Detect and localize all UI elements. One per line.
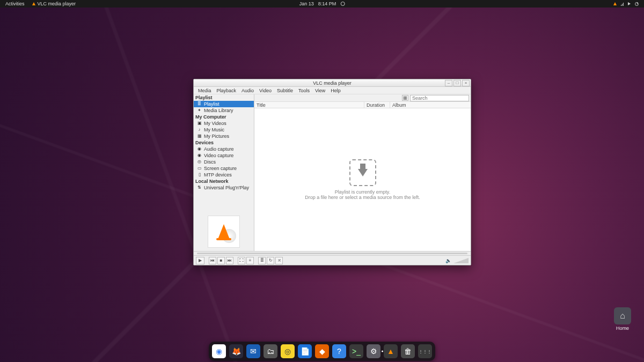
sidebar-item-label: Audio capture: [204, 146, 234, 152]
sidebar-item-screen-capture[interactable]: ▭Screen capture: [194, 165, 254, 172]
fullscreen-button[interactable]: ⛶: [238, 257, 245, 264]
play-button[interactable]: ▶: [196, 257, 204, 264]
video-capture-icon: ◉: [197, 153, 202, 158]
dock-rhythmbox[interactable]: ◎: [281, 344, 295, 358]
window-title: VLC media player: [313, 80, 352, 86]
appmenu-button[interactable]: VLC media player: [32, 1, 76, 6]
shuffle-button[interactable]: ⤨: [275, 257, 283, 264]
desktop-home-icon[interactable]: ⌂ Home: [611, 307, 634, 331]
notification-icon: [340, 2, 345, 6]
sidebar-item-my-pictures[interactable]: ▦My Pictures: [194, 133, 254, 139]
date-label: Jan 13: [299, 1, 314, 6]
my-videos-icon: ▣: [197, 121, 202, 126]
loop-button[interactable]: ↻: [267, 257, 274, 264]
column-title[interactable]: Title: [254, 102, 364, 108]
menu-tools[interactable]: Tools: [296, 88, 312, 93]
sidebar-item-label: Discs: [204, 159, 216, 165]
sidebar-section-header: Devices: [194, 139, 254, 146]
system-tray[interactable]: [613, 2, 644, 6]
playlist-button[interactable]: ≣: [258, 257, 266, 264]
sidebar-item-label: Video capture: [204, 152, 233, 159]
playlist-icon: ≣: [197, 102, 202, 107]
menu-audio[interactable]: Audio: [239, 88, 256, 93]
vlc-window: VLC media player – □ × Media Playback Au…: [193, 79, 471, 265]
my-music-icon: ♪: [197, 128, 202, 132]
desktop-home-label: Home: [611, 326, 634, 331]
menu-view[interactable]: View: [313, 88, 327, 93]
activities-button[interactable]: Activities: [5, 1, 25, 6]
album-art: [194, 212, 254, 251]
vlc-cone-icon: [218, 224, 230, 239]
playback-controls: ▶ ⏮ ■ ⏭ ⛶ ≡ ≣ ↻ ⤨ 🔈: [194, 255, 471, 265]
column-album[interactable]: Album: [390, 102, 471, 108]
sidebar-item-media-library[interactable]: ✦Media Library: [194, 107, 254, 114]
sidebar-item-label: My Pictures: [204, 133, 229, 139]
top-panel: Activities VLC media player Jan 13 8:14 …: [0, 0, 644, 8]
sidebar-item-universal-plug-n-play[interactable]: ⇅Universal Plug'n'Play: [194, 184, 254, 191]
dock-software[interactable]: ◆: [315, 344, 329, 358]
menu-playback[interactable]: Playback: [215, 88, 239, 93]
sidebar-section-header: Playlist: [194, 94, 254, 101]
maximize-button[interactable]: □: [453, 80, 461, 86]
menu-media[interactable]: Media: [196, 88, 214, 93]
sidebar-item-my-music[interactable]: ♪My Music: [194, 127, 254, 133]
playlist-header: Title Duration Album: [254, 102, 471, 108]
close-button[interactable]: ×: [462, 80, 470, 86]
dock-settings[interactable]: ⚙: [367, 344, 380, 358]
dock-apps[interactable]: ⋮⋮⋮: [418, 344, 432, 358]
clock[interactable]: Jan 13 8:14 PM: [299, 1, 345, 6]
sidebar-section-header: My Computer: [194, 114, 254, 120]
menu-help[interactable]: Help: [328, 88, 343, 93]
menubar: Media Playback Audio Video Subtitle Tool…: [194, 87, 471, 94]
sidebar-item-my-videos[interactable]: ▣My Videos: [194, 120, 254, 127]
my-pictures-icon: ▦: [197, 134, 202, 139]
extended-settings-button[interactable]: ≡: [246, 257, 254, 264]
playlist-empty-drop-zone[interactable]: Playlist is currently empty. Drop a file…: [254, 108, 471, 251]
volume-slider[interactable]: [453, 258, 469, 263]
stop-button[interactable]: ■: [217, 257, 225, 264]
dock-help[interactable]: ?: [332, 344, 346, 358]
sidebar-item-mtp-devices[interactable]: ▯MTP devices: [194, 172, 254, 178]
dock-vlc[interactable]: ▲: [384, 344, 398, 358]
mute-button[interactable]: 🔈: [445, 258, 451, 263]
next-button[interactable]: ⏭: [226, 257, 233, 264]
audio-capture-icon: ◉: [197, 147, 202, 152]
sidebar-item-label: Screen capture: [204, 165, 237, 172]
universal-plug-n-play-icon: ⇅: [197, 186, 202, 190]
discs-icon: ◎: [197, 160, 202, 165]
sidebar-item-playlist[interactable]: ≣Playlist: [194, 101, 254, 107]
dock-firefox[interactable]: 🦊: [229, 344, 243, 358]
power-icon: [635, 2, 639, 6]
dock-files[interactable]: 🗂: [264, 344, 277, 358]
sidebar-item-label: My Videos: [204, 120, 226, 127]
sidebar: Playlist≣Playlist✦Media LibraryMy Comput…: [194, 94, 254, 251]
empty-line-2: Drop a file here or select a media sourc…: [305, 195, 420, 200]
empty-line-1: Playlist is currently empty.: [335, 189, 390, 195]
sidebar-item-audio-capture[interactable]: ◉Audio capture: [194, 146, 254, 152]
sidebar-item-label: Playlist: [204, 101, 219, 107]
dock-terminal[interactable]: >_: [349, 344, 363, 358]
dock-writer[interactable]: 📄: [298, 344, 312, 358]
appmenu-label: VLC media player: [38, 1, 76, 6]
dock-chrome[interactable]: ◉: [212, 344, 226, 358]
menu-subtitle[interactable]: Subtitle: [275, 88, 295, 93]
sidebar-item-video-capture[interactable]: ◉Video capture: [194, 152, 254, 159]
column-duration[interactable]: Duration: [364, 102, 390, 108]
view-mode-button[interactable]: ▦: [402, 95, 408, 101]
sidebar-item-label: Media Library: [204, 107, 233, 114]
search-input[interactable]: [410, 95, 469, 101]
sidebar-item-discs[interactable]: ◎Discs: [194, 159, 254, 165]
dock-thunderbird[interactable]: ✉: [246, 344, 260, 358]
dock-trash[interactable]: 🗑: [401, 344, 415, 358]
sidebar-item-label: Universal Plug'n'Play: [204, 184, 249, 191]
time-label: 8:14 PM: [318, 1, 336, 6]
sidebar-item-label: My Music: [204, 127, 224, 133]
prev-button[interactable]: ⏮: [209, 257, 216, 264]
titlebar[interactable]: VLC media player – □ ×: [194, 79, 471, 87]
minimize-button[interactable]: –: [445, 80, 452, 86]
home-icon: ⌂: [614, 307, 631, 324]
dock: ◉🦊✉🗂◎📄◆?>_⚙▲🗑⋮⋮⋮: [209, 342, 435, 361]
menu-video[interactable]: Video: [257, 88, 274, 93]
network-icon: [621, 2, 624, 6]
seek-bar[interactable]: [194, 251, 471, 255]
